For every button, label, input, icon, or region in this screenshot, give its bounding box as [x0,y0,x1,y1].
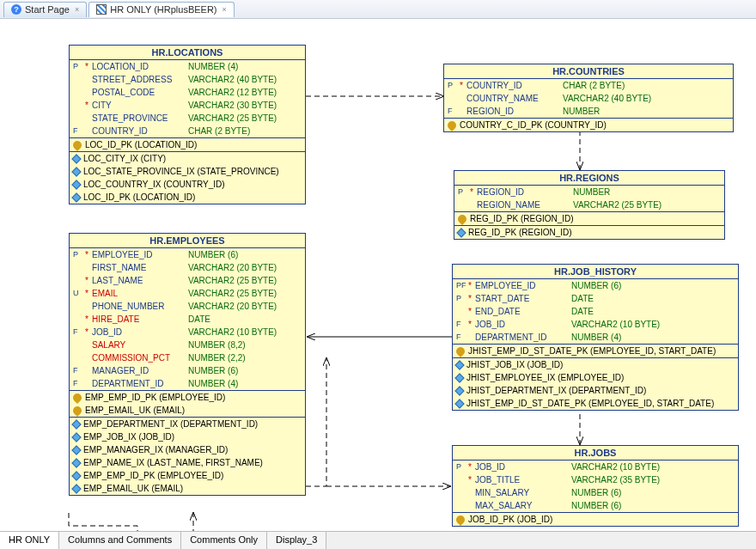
help-icon: ? [11,4,21,15]
column-row: POSTAL_CODE VARCHAR2 (12 BYTE) [70,86,305,99]
tab-bottom-hr-only[interactable]: HR ONLY [0,532,59,549]
tab-hr-only[interactable]: HR ONLY (HRplusBEER) × [88,2,235,17]
column-indicator: PF [456,280,468,291]
indexes-section: JHIST_JOB_IX (JOB_ID) JHIST_EMPLOYEE_IX … [453,358,738,410]
column-row: P * EMPLOYEE_ID NUMBER (6) [70,248,305,261]
column-name: MANAGER_ID [92,365,188,376]
key-text: REG_ID_PK (REGION_ID) [470,213,574,224]
index-row: LOC_ID_PK (LOCATION_ID) [70,191,305,204]
key-icon [454,345,466,357]
entity-hr-employees[interactable]: HR.EMPLOYEES P * EMPLOYEE_ID NUMBER (6) … [69,233,306,496]
columns-section: PF * EMPLOYEE_ID NUMBER (6) P * START_DA… [453,279,738,345]
column-type: CHAR (2 BYTE) [563,80,625,91]
column-row: F REGION_ID NUMBER [444,105,733,118]
column-type: DATE [571,293,594,304]
column-name: LAST_NAME [92,275,188,286]
index-row: LOC_CITY_IX (CITY) [70,152,305,165]
column-name: DEPARTMENT_ID [475,332,571,343]
column-row: P * REGION_ID NUMBER [454,186,724,198]
columns-section: P * EMPLOYEE_ID NUMBER (6) FIRST_NAME VA… [70,248,305,391]
index-text: EMP_DEPARTMENT_IX (DEPARTMENT_ID) [83,418,258,430]
close-icon[interactable]: × [75,5,79,14]
required-star: * [85,314,92,325]
column-indicator: F [73,125,85,137]
required-star: * [468,474,475,485]
tab-label: HR ONLY (HRplusBEER) [110,4,216,15]
index-icon [71,458,81,467]
column-name: JOB_TITLE [475,474,571,485]
keys-section: COUNTRY_C_ID_PK (COUNTRY_ID) [444,119,733,131]
column-row: MAX_SALARY NUMBER (6) [453,499,738,512]
index-row: JHIST_JOB_IX (JOB_ID) [453,358,738,371]
erd-icon [96,4,107,15]
index-text: LOC_CITY_IX (CITY) [83,153,166,164]
index-row: EMP_MANAGER_IX (MANAGER_ID) [70,443,305,456]
tab-bottom-comments-only[interactable]: Comments Only [181,532,267,549]
columns-section: P * LOCATION_ID NUMBER (4) STREET_ADDRES… [70,60,305,138]
key-row: EMP_EMP_ID_PK (EMPLOYEE_ID) [70,391,305,404]
index-text: REG_ID_PK (REGION_ID) [468,227,572,238]
column-name: EMPLOYEE_ID [92,249,188,260]
index-row: LOC_COUNTRY_IX (COUNTRY_ID) [70,178,305,191]
column-type: CHAR (2 BYTE) [188,125,250,137]
column-type: VARCHAR2 (25 BYTE) [573,199,662,210]
column-type: VARCHAR2 (20 BYTE) [188,262,277,273]
entity-hr-job-history[interactable]: HR.JOB_HISTORY PF * EMPLOYEE_ID NUMBER (… [452,264,739,411]
tabs-top: ? Start Page × HR ONLY (HRplusBEER) × [0,0,756,19]
entity-hr-regions[interactable]: HR.REGIONS P * REGION_ID NUMBER REGION_N… [454,170,725,240]
index-text: EMP_EMAIL_UK (EMAIL) [83,483,183,494]
required-star: * [85,61,92,72]
column-row: STREET_ADDRESS VARCHAR2 (40 BYTE) [70,73,305,86]
column-type: NUMBER (4) [188,61,238,72]
index-icon [71,484,81,493]
column-type: VARCHAR2 (25 BYTE) [188,288,277,299]
entity-title: HR.EMPLOYEES [70,234,305,248]
entity-hr-jobs[interactable]: HR.JOBS P * JOB_ID VARCHAR2 (10 BYTE) * … [452,445,739,527]
key-text: COUNTRY_C_ID_PK (COUNTRY_ID) [460,119,607,131]
column-row: REGION_NAME VARCHAR2 (25 BYTE) [454,198,724,211]
entity-hr-locations[interactable]: HR.LOCATIONS P * LOCATION_ID NUMBER (4) … [69,45,306,204]
tab-start-page[interactable]: ? Start Page × [3,2,87,17]
column-type: VARCHAR2 (25 BYTE) [188,275,277,286]
required-star: * [468,461,475,473]
column-type: NUMBER (6) [571,487,621,498]
column-name: CITY [92,100,188,111]
key-text: JOB_ID_PK (JOB_ID) [468,514,552,525]
tab-bottom-columns-comments[interactable]: Columns and Comments [59,532,181,549]
column-name: SALARY [92,339,188,351]
column-type: DATE [188,314,210,325]
index-icon [454,386,464,395]
columns-section: P * JOB_ID VARCHAR2 (10 BYTE) * JOB_TITL… [453,461,738,513]
index-text: EMP_JOB_IX (JOB_ID) [83,431,174,442]
column-name: LOCATION_ID [92,61,188,72]
key-icon [454,513,466,525]
tab-bottom-display3[interactable]: Display_3 [267,532,326,549]
column-name: FIRST_NAME [92,262,188,273]
erd-canvas[interactable]: HR.LOCATIONS P * LOCATION_ID NUMBER (4) … [0,19,756,531]
column-row: P * LOCATION_ID NUMBER (4) [70,60,305,73]
index-text: JHIST_EMPLOYEE_IX (EMPLOYEE_ID) [466,372,624,383]
entity-hr-countries[interactable]: HR.COUNTRIES P * COUNTRY_ID CHAR (2 BYTE… [443,64,734,132]
index-icon [71,192,81,202]
close-icon[interactable]: × [223,5,227,14]
column-type: NUMBER (2,2) [188,352,246,363]
index-text: LOC_COUNTRY_IX (COUNTRY_ID) [83,179,225,190]
column-type: VARCHAR2 (20 BYTE) [188,301,277,312]
indexes-section: LOC_CITY_IX (CITY) LOC_STATE_PROVINCE_IX… [70,152,305,204]
columns-section: P * COUNTRY_ID CHAR (2 BYTE) COUNTRY_NAM… [444,79,733,119]
column-row: * HIRE_DATE DATE [70,313,305,326]
column-row: F * JOB_ID VARCHAR2 (10 BYTE) [70,326,305,339]
key-row: JHIST_EMP_ID_ST_DATE_PK (EMPLOYEE_ID, ST… [453,345,738,357]
column-indicator: F [73,365,85,376]
column-indicator: P [456,293,468,304]
column-name: EMAIL [92,288,188,299]
tabs-bottom: HR ONLY Columns and Comments Comments On… [0,531,756,549]
column-name: COUNTRY_NAME [466,93,563,104]
index-row: EMP_JOB_IX (JOB_ID) [70,430,305,443]
tab-label: Start Page [25,4,70,15]
index-icon [454,399,464,408]
indexes-section: REG_ID_PK (REGION_ID) [454,226,724,239]
column-row: F DEPARTMENT_ID NUMBER (4) [453,331,738,344]
column-row: P * COUNTRY_ID CHAR (2 BYTE) [444,79,733,92]
column-row: F * JOB_ID VARCHAR2 (10 BYTE) [453,318,738,331]
